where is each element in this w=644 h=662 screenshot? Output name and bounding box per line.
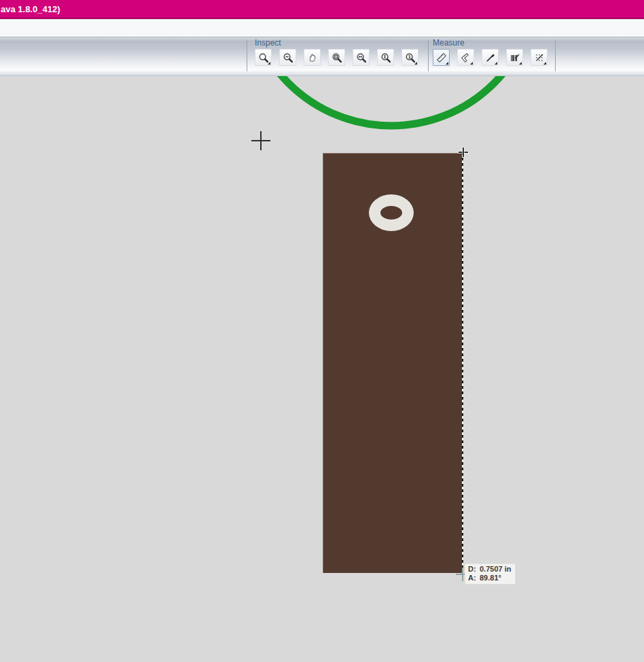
eyedropper-button[interactable]	[482, 49, 499, 66]
magnifier-minus-icon	[283, 52, 293, 63]
document-canvas[interactable]: D:0.7507 in A:89.81°	[0, 76, 644, 662]
dropdown-triangle-icon	[446, 62, 448, 65]
toolbar-group-label: Inspect	[255, 39, 426, 48]
ribbon-toolbar: Inspect 1Measure	[0, 37, 644, 76]
hand-icon	[307, 52, 318, 63]
pan-hand-button[interactable]	[304, 49, 321, 66]
dropdown-triangle-icon	[414, 62, 417, 65]
menu-bar	[0, 19, 644, 37]
dropdown-triangle-icon	[470, 62, 473, 65]
angle-readout: A:89.81°	[468, 574, 511, 582]
window-title: ava 1.8.0_412)	[1, 4, 60, 14]
toolbar-group-measure: Measure	[433, 39, 555, 66]
point-measure-button[interactable]	[531, 49, 548, 66]
caliper-measure-button[interactable]	[457, 49, 474, 66]
magnifier-width-icon	[356, 52, 367, 63]
magnifier-height-icon	[380, 52, 391, 63]
ruler-measure-button[interactable]	[433, 49, 450, 66]
toolbar-group-separator	[555, 40, 556, 71]
toolbar-group-separator	[428, 40, 429, 71]
zoom-out-button[interactable]	[279, 49, 296, 66]
barcode-measure-button[interactable]	[506, 49, 523, 66]
zoom-region-button[interactable]	[328, 49, 345, 66]
zoom-fit-height-button[interactable]	[377, 49, 394, 66]
dropdown-triangle-icon	[519, 62, 522, 65]
letter-o-shape	[369, 194, 414, 231]
zoom-tool-button[interactable]	[255, 49, 272, 66]
dropdown-triangle-icon	[268, 62, 270, 65]
measurement-tooltip: D:0.7507 in A:89.81°	[465, 563, 516, 585]
magnifier-region-icon	[332, 52, 342, 63]
measurement-dashed-line	[462, 152, 463, 574]
toolbar-group-separator	[247, 40, 247, 71]
zoom-fit-width-button[interactable]	[353, 49, 370, 66]
dropdown-triangle-icon	[495, 62, 497, 65]
window-titlebar[interactable]: ava 1.8.0_412)	[0, 0, 644, 19]
green-circle-shape	[0, 76, 644, 662]
dropdown-triangle-icon	[543, 62, 546, 65]
toolbar-group-inspect: Inspect 1	[255, 39, 426, 66]
svg-text:1: 1	[408, 54, 411, 59]
distance-readout: D:0.7507 in	[468, 565, 511, 574]
toolbar-group-label: Measure	[433, 39, 555, 48]
zoom-actual-size-button[interactable]: 1	[401, 49, 418, 66]
